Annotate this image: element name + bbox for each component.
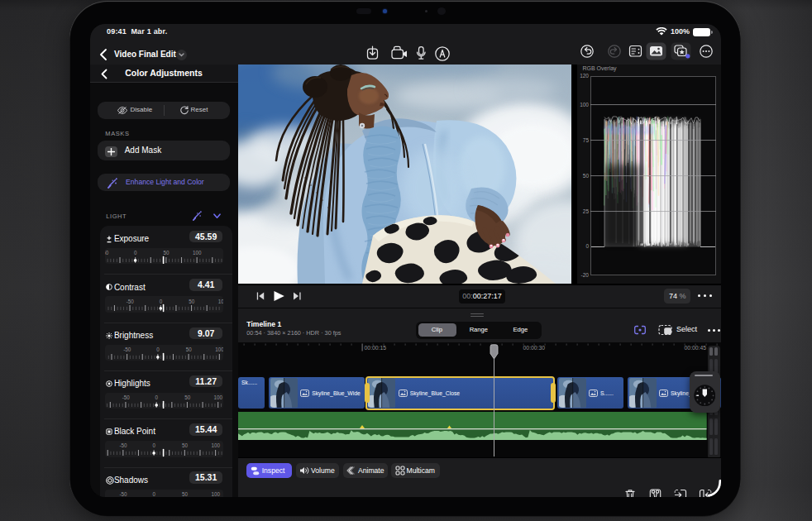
svg-text:00:00:45: 00:00:45 bbox=[685, 344, 707, 350]
svg-text:00:00:30: 00:00:30 bbox=[523, 344, 546, 350]
svg-text:00:00:15: 00:00:15 bbox=[365, 344, 387, 350]
